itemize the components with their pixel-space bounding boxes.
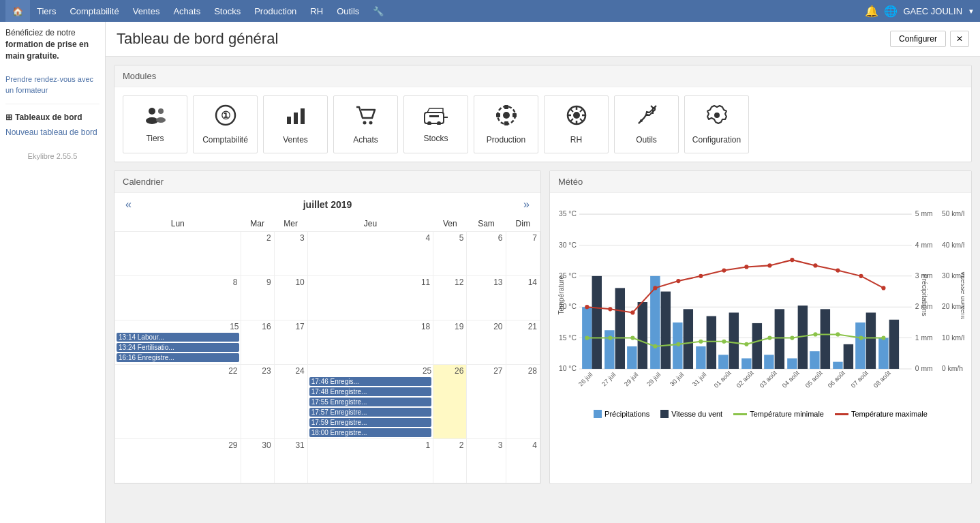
cal-cell-15[interactable]: 15 13:14 Labour... 13:24 Fertilisatio...… (115, 320, 241, 365)
svg-rect-51 (627, 346, 637, 369)
module-comptabilite[interactable]: ① Comptabilité (193, 95, 258, 153)
cal-cell-next1[interactable]: 1 (307, 439, 433, 483)
cal-cell-8[interactable]: 8 (115, 276, 241, 320)
cal-cell-26[interactable]: 26 (433, 365, 467, 439)
cal-cell-19[interactable]: 19 (433, 320, 467, 365)
event-25-3[interactable]: 17:55 Enregistre... (309, 398, 432, 406)
cal-cell-17[interactable]: 17 (274, 320, 307, 365)
header-actions: Configurer ✕ (890, 31, 969, 47)
cal-cell-24[interactable]: 24 (274, 365, 307, 439)
svg-rect-69 (729, 312, 739, 368)
cal-cell-4[interactable]: 4 (307, 232, 433, 276)
cal-cell-7[interactable]: 7 (506, 232, 540, 276)
nav-rh[interactable]: RH (303, 0, 330, 22)
comptabilite-label: Comptabilité (202, 135, 248, 145)
module-stocks[interactable]: Stocks (403, 95, 468, 153)
cal-cell-30[interactable]: 30 (241, 439, 274, 483)
cal-cell-20[interactable]: 20 (467, 320, 506, 365)
event-25-4[interactable]: 17:57 Enregistre... (309, 408, 432, 417)
event-15-3[interactable]: 16:16 Enregistre... (117, 353, 239, 362)
svg-rect-68 (707, 316, 716, 369)
cal-cell-18[interactable]: 18 (307, 320, 433, 365)
nav-tiers[interactable]: Tiers (30, 0, 63, 22)
svg-rect-64 (615, 288, 625, 369)
content-area: Tableau de bord général Configurer ✕ Mod… (106, 22, 980, 523)
calendar-prev-btn[interactable]: « (123, 198, 134, 211)
nav-achats[interactable]: Achats (166, 0, 207, 22)
event-25-2[interactable]: 17:48 Enregistre... (309, 387, 432, 396)
cal-cell-10[interactable]: 10 (274, 276, 307, 320)
cal-cell-28[interactable]: 28 (506, 365, 540, 439)
cal-cell-25[interactable]: 25 17:46 Enregis... 17:48 Enregistre... … (307, 365, 433, 439)
user-name[interactable]: GAEC JOULIN (903, 6, 962, 16)
nav-ventes[interactable]: Ventes (126, 0, 167, 22)
nav-production[interactable]: Production (247, 0, 303, 22)
configure-button[interactable]: Configurer (890, 31, 946, 47)
temp-max-label: Température maximale (851, 410, 928, 418)
cal-cell-2[interactable]: 2 (241, 232, 274, 276)
calendar-next-btn[interactable]: » (521, 198, 532, 211)
event-25-5[interactable]: 17:59 Enregistre... (309, 418, 432, 427)
svg-text:Précipitations: Précipitations (921, 274, 928, 316)
svg-point-10 (369, 121, 372, 125)
event-25-1[interactable]: 17:46 Enregis... (309, 377, 432, 386)
event-15-1[interactable]: 13:14 Labour... (117, 333, 239, 342)
new-dashboard-link[interactable]: Nouveau tableau de bord (5, 126, 99, 138)
cal-cell-16[interactable]: 16 (241, 320, 274, 365)
promo-link[interactable]: Prendre rendez-vous avec un formateur (5, 73, 99, 97)
svg-point-83 (722, 340, 726, 344)
cal-cell-9[interactable]: 9 (241, 276, 274, 320)
svg-point-96 (699, 274, 703, 278)
legend-wind: Vitesse du vent (660, 410, 722, 418)
top-navigation: 🏠 Tiers Comptabilité Ventes Achats Stock… (0, 0, 980, 22)
module-configuration[interactable]: Configuration (684, 95, 749, 153)
modules-section-header: Modules (114, 65, 971, 87)
cal-cell-27[interactable]: 27 (467, 365, 506, 439)
cal-cell-next4[interactable]: 4 (506, 439, 540, 483)
svg-rect-57 (764, 355, 774, 369)
bell-icon[interactable]: 🔔 (865, 5, 878, 18)
module-tiers[interactable]: Tiers (123, 95, 187, 153)
cal-cell-23[interactable]: 23 (241, 365, 274, 439)
nav-comptabilite[interactable]: Comptabilité (63, 0, 125, 22)
cal-day-mer: Mer (274, 216, 307, 232)
home-nav-item[interactable]: 🏠 (5, 0, 30, 22)
nav-outils[interactable]: Outils (330, 0, 366, 22)
cal-cell-21[interactable]: 21 (506, 320, 540, 365)
svg-rect-66 (661, 292, 671, 369)
cal-cell-3[interactable]: 3 (274, 232, 307, 276)
cal-cell-13[interactable]: 13 (467, 276, 506, 320)
nav-stocks[interactable]: Stocks (207, 0, 247, 22)
globe-icon[interactable]: 🌐 (884, 5, 898, 18)
svg-point-78 (608, 335, 612, 340)
svg-rect-17 (504, 105, 508, 109)
event-25-6[interactable]: 18:00 Enregistre... (309, 428, 432, 437)
svg-text:06 août: 06 août (827, 370, 846, 389)
event-15-2[interactable]: 13:24 Fertilisatio... (117, 343, 239, 352)
svg-point-93 (630, 310, 634, 314)
calendar-month-title: juillet 2019 (303, 199, 352, 210)
cal-cell-11[interactable]: 11 (307, 276, 433, 320)
cal-cell-6[interactable]: 6 (467, 232, 506, 276)
cal-cell-31[interactable]: 31 (274, 439, 307, 483)
close-button[interactable]: ✕ (950, 31, 969, 47)
precip-color-box (594, 410, 602, 418)
cal-cell-14[interactable]: 14 (506, 276, 540, 320)
module-rh[interactable]: RH (544, 95, 609, 153)
stocks-icon (424, 106, 448, 130)
nav-wrench[interactable]: 🔧 (366, 0, 391, 22)
svg-text:1 mm: 1 mm (915, 334, 933, 342)
svg-point-97 (722, 269, 726, 273)
calendar-table: Lun Mar Mer Jeu Ven Sam Dim (114, 216, 540, 483)
cal-cell-next3[interactable]: 3 (467, 439, 506, 483)
cal-cell-22[interactable]: 22 (115, 365, 241, 439)
module-achats[interactable]: Achats (333, 95, 398, 153)
module-ventes[interactable]: Ventes (263, 95, 328, 153)
cal-cell-next2[interactable]: 2 (433, 439, 467, 483)
cal-cell-5[interactable]: 5 (433, 232, 467, 276)
comptabilite-icon: ① (215, 104, 236, 131)
module-outils[interactable]: Outils (614, 95, 679, 153)
module-production[interactable]: Production (474, 95, 538, 153)
cal-cell-29[interactable]: 29 (115, 439, 241, 483)
cal-cell-12[interactable]: 12 (433, 276, 467, 320)
